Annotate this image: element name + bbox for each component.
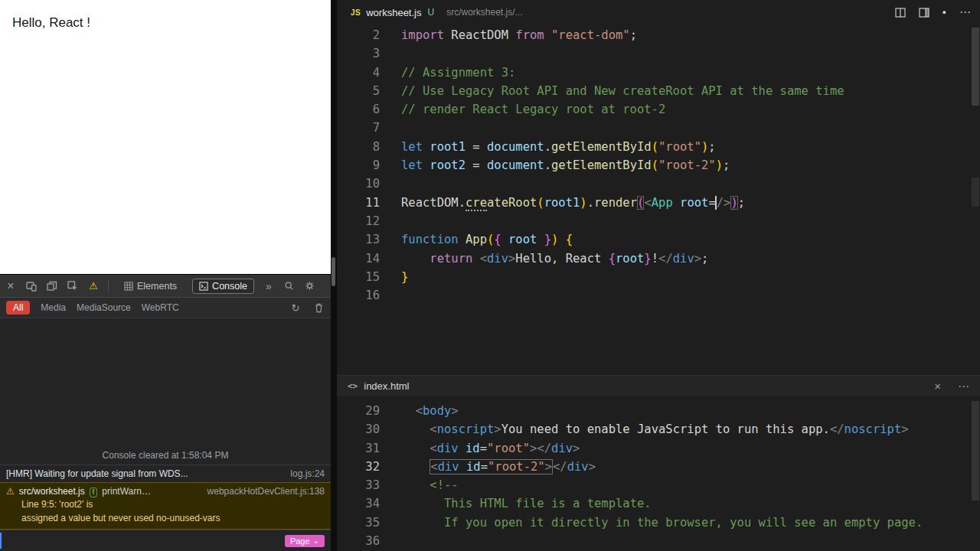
split-editor-icon[interactable] [895, 8, 906, 18]
filter-media[interactable]: Media [41, 302, 66, 313]
tab-index-html[interactable]: index.html [364, 380, 409, 392]
filter-all-pill[interactable]: All [6, 301, 30, 315]
code-line[interactable]: 8let root1 = document.getElementById("ro… [337, 138, 969, 156]
line-number[interactable]: 15 [337, 268, 380, 286]
line-number[interactable]: 14 [337, 249, 380, 268]
code-line[interactable]: 15} [337, 268, 969, 286]
close-icon[interactable]: × [5, 280, 17, 292]
inspect-element-icon[interactable] [67, 280, 79, 292]
code-line[interactable]: 3 [337, 44, 969, 63]
code-line[interactable]: 30 <noscript>You need to enable JavaScri… [337, 420, 969, 439]
filter-webrtc[interactable]: WebRTC [142, 302, 179, 313]
line-number[interactable]: 35 [337, 514, 380, 532]
code-line[interactable]: 4// Assignment 3: [337, 64, 969, 82]
line-number[interactable]: 12 [337, 212, 380, 230]
tab-worksheet-js[interactable]: worksheet.js [366, 7, 421, 18]
code-line[interactable]: 32 <div id="root-2"></div> [337, 458, 969, 476]
line-number[interactable]: 3 [337, 44, 380, 63]
search-icon[interactable] [283, 280, 296, 292]
code-line[interactable]: 16 [337, 286, 969, 305]
filter-mediasource[interactable]: MediaSource [77, 302, 131, 313]
line-number[interactable]: 30 [337, 420, 380, 439]
code-line[interactable]: 7 [337, 119, 969, 137]
code-token: /> [717, 196, 731, 210]
code-line[interactable]: 12 [337, 212, 969, 230]
log-source-link[interactable]: log.js:24 [290, 468, 325, 479]
code-content: // Assignment 3: [380, 64, 515, 82]
line-number[interactable]: 33 [337, 476, 380, 494]
more-actions-icon[interactable]: ⋯ [958, 380, 969, 393]
code-line[interactable]: 34 This HTML file is a template. [337, 494, 969, 513]
cascade-windows-icon[interactable] [46, 280, 58, 292]
code-line[interactable]: 13function App({ root }) { [337, 230, 969, 249]
code-token [459, 442, 466, 455]
code-line[interactable]: 33 <!-- [337, 476, 969, 494]
device-toolbar-icon[interactable] [25, 280, 38, 292]
more-actions-icon[interactable]: ⋯ [959, 5, 971, 19]
code-token: ( [487, 233, 494, 246]
line-number[interactable]: 7 [337, 119, 380, 137]
line-number[interactable]: 32 [337, 458, 380, 476]
code-token: ( [537, 196, 544, 210]
trash-icon[interactable] [312, 302, 325, 314]
refresh-icon[interactable]: ↻ [289, 302, 302, 314]
code-line[interactable]: 36 [337, 532, 969, 550]
more-tabs-icon[interactable]: » [263, 280, 275, 292]
warning-indicator-icon[interactable]: ⚠ [87, 280, 100, 292]
code-token: document [487, 140, 544, 154]
code-content: If you open it directly in the browser, … [380, 514, 923, 532]
code-content [380, 212, 401, 230]
editor-index-html[interactable]: 29 <body>30 <noscript>You need to enable… [337, 396, 969, 551]
line-number[interactable]: 10 [337, 174, 380, 193]
code-token: body [423, 404, 451, 418]
tab-elements[interactable]: Elements [117, 279, 184, 294]
line-number[interactable]: 36 [337, 532, 380, 550]
line-number[interactable]: 16 [337, 286, 380, 305]
code-line[interactable]: 2import ReactDOM from "react-dom"; [337, 26, 969, 44]
breadcrumb[interactable]: src/worksheet.js/... [446, 7, 522, 18]
line-number[interactable]: 5 [337, 82, 380, 100]
line-number[interactable]: 13 [337, 230, 380, 249]
line-number[interactable]: 11 [337, 194, 380, 212]
screen: Hello, React ! × ⚠ Elements Cons [0, 0, 980, 551]
layout-icon[interactable] [919, 8, 929, 18]
warning-file-link[interactable]: src/worksheet.js [19, 486, 85, 497]
code-token: ! [652, 252, 658, 266]
code-content [380, 532, 401, 550]
console-input-bar[interactable]: Page ⌄ [0, 530, 331, 551]
scrollbar-thumb[interactable] [332, 257, 335, 286]
code-line[interactable]: 14 return <div>Hello, React {root}!</div… [337, 249, 969, 268]
code-line[interactable]: 35 If you open it directly in the browse… [337, 514, 969, 532]
code-token: // Assignment 3: [401, 66, 515, 80]
code-line[interactable]: 9let root2 = document.getElementById("ro… [337, 156, 969, 174]
line-number[interactable]: 29 [337, 402, 380, 420]
gear-icon[interactable] [304, 280, 316, 292]
line-number[interactable]: 2 [337, 26, 380, 44]
line-number[interactable]: 6 [337, 100, 380, 119]
console-input-caret [0, 533, 2, 549]
line-number[interactable]: 8 [337, 138, 380, 156]
code-line[interactable]: 10 [337, 174, 969, 193]
scrollbar-thumb[interactable] [972, 401, 979, 500]
line-number[interactable]: 9 [337, 156, 380, 174]
line-number[interactable]: 31 [337, 439, 380, 458]
line-number[interactable]: 34 [337, 494, 380, 513]
code-token: = [466, 140, 487, 154]
scrollbar-thumb[interactable] [972, 28, 979, 106]
editor-worksheet-js[interactable]: 2import ReactDOM from "react-dom";34// A… [337, 24, 969, 375]
code-line[interactable]: 5// Use Legacy Root API and New createRo… [337, 82, 969, 100]
code-token: root [680, 196, 708, 210]
code-line[interactable]: 29 <body> [337, 402, 969, 420]
warning-source-link[interactable]: webpackHotDevClient.js:138 [207, 486, 325, 497]
page-context-badge[interactable]: Page ⌄ [285, 535, 325, 547]
close-icon[interactable]: × [934, 380, 941, 393]
code-line[interactable]: 31 <div id="root"></div> [337, 439, 969, 458]
code-token: < [644, 196, 651, 210]
line-number[interactable]: 4 [337, 64, 380, 82]
warning-function-name[interactable]: printWarn… [102, 486, 151, 497]
code-line[interactable]: 11ReactDOM.createRoot(root1).render(<App… [337, 194, 969, 212]
code-line[interactable]: 6// render React Legacy root at root-2 [337, 100, 969, 119]
code-token [401, 422, 430, 436]
tab-console[interactable]: Console [192, 279, 254, 294]
code-token: "root" [487, 442, 530, 455]
